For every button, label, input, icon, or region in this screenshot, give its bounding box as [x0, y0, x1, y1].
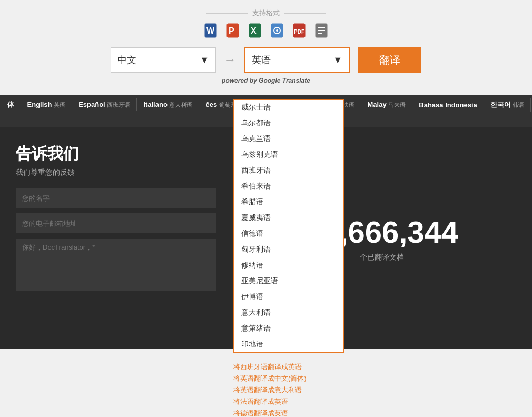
dropdown-item-hindi[interactable]: 印地语: [234, 336, 343, 352]
source-lang-label: 中文: [117, 54, 136, 66]
excel-icon: X: [248, 23, 262, 38]
quick-links: 将西班牙语翻译成英语 将英语翻译成中文(简体) 将英语翻译成意大利语 将法语翻译…: [233, 362, 307, 417]
quick-link-de-en[interactable]: 将德语翻译成英语: [233, 409, 307, 417]
dropdown-item-hungarian[interactable]: 匈牙利语: [234, 242, 343, 257]
powerpoint-icon: P: [225, 23, 240, 38]
name-input[interactable]: [16, 188, 216, 208]
nav-item-ms[interactable]: Malay 马来语: [361, 98, 413, 111]
dropdown-item-hebrew[interactable]: 希伯来语: [234, 178, 343, 194]
odf-icon: [270, 23, 284, 38]
email-input[interactable]: [16, 213, 216, 233]
powered-by: powered by Google Translate: [0, 77, 532, 84]
source-select-arrow: ▼: [200, 55, 209, 66]
google-translate-label: Google Translate: [257, 77, 310, 84]
dropdown-item-welsh[interactable]: 威尔士语: [234, 100, 343, 115]
quick-link-en-it[interactable]: 将英语翻译成意大利语: [233, 385, 307, 395]
nav-item-it[interactable]: Italiano 意大利语: [137, 98, 199, 111]
svg-text:PDF: PDF: [294, 29, 304, 35]
quick-link-fr-en[interactable]: 将法语翻译成英语: [233, 397, 307, 406]
target-lang-label: 英语: [252, 54, 271, 66]
dropdown-item-urdu[interactable]: 乌尔都语: [234, 115, 343, 131]
form-subtitle: 我们尊重您的反馈: [16, 168, 216, 177]
dropdown-item-shona[interactable]: 修纳语: [234, 257, 343, 273]
dropdown-item-uzbek[interactable]: 乌兹别克语: [234, 147, 343, 163]
stats-label: 个已翻译文档: [360, 253, 404, 262]
nav-item-zh[interactable]: 体: [1, 98, 21, 112]
nav-item-ko[interactable]: 한국어 韩语: [484, 98, 531, 112]
top-section: 支持格式 W P X: [0, 0, 532, 95]
translator-row: 中文 ▼ → 英语 ▼ 翻译: [0, 47, 532, 73]
nav-item-en[interactable]: English 英语: [21, 98, 73, 111]
dropdown-list: 威尔士语 乌尔都语 乌克兰语 乌兹别克语 西班牙语 希伯来语 希腊语 夏威夷语 …: [234, 100, 343, 352]
target-select-arrow: ▼: [333, 55, 342, 66]
dropdown-item-sindhi[interactable]: 信德语: [234, 226, 343, 242]
supported-formats-label: 支持格式: [0, 8, 532, 18]
nav-item-es[interactable]: Español 西班牙语: [72, 98, 137, 111]
translate-button[interactable]: 翻译: [358, 47, 421, 73]
dropdown-item-yiddish[interactable]: 意第绪语: [234, 321, 343, 336]
svg-text:W: W: [206, 26, 215, 35]
dropdown-item-igbo[interactable]: 伊博语: [234, 289, 343, 305]
dropdown-item-ukrainian[interactable]: 乌克兰语: [234, 131, 343, 147]
format-icons: W P X PDF: [0, 23, 532, 38]
word-icon: W: [203, 23, 218, 38]
nav-item-id[interactable]: Bahasa Indonesia: [412, 99, 484, 111]
direction-arrow: →: [224, 53, 236, 67]
form-title: 告诉我们: [16, 143, 216, 165]
language-dropdown: 威尔士语 乌尔都语 乌克兰语 乌兹别克语 西班牙语 希伯来语 希腊语 夏威夷语 …: [233, 99, 344, 353]
quick-link-es-en[interactable]: 将西班牙语翻译成英语: [233, 362, 307, 372]
message-textarea[interactable]: [16, 239, 216, 291]
text-icon: [314, 23, 329, 38]
svg-point-8: [276, 29, 278, 32]
quick-link-en-zh[interactable]: 将英语翻译成中文(简体): [233, 374, 307, 383]
form-area: 告诉我们 我们尊重您的反馈: [0, 127, 232, 349]
dropdown-item-hawaiian[interactable]: 夏威夷语: [234, 210, 343, 226]
dropdown-item-spanish[interactable]: 西班牙语: [234, 163, 343, 178]
dropdown-item-greek[interactable]: 希腊语: [234, 194, 343, 210]
svg-text:P: P: [229, 26, 234, 35]
dropdown-item-armenian[interactable]: 亚美尼亚语: [234, 273, 343, 289]
target-language-select[interactable]: 英语 ▼: [244, 47, 350, 73]
pdf-icon: PDF: [292, 23, 307, 38]
svg-text:X: X: [251, 26, 257, 35]
source-language-select[interactable]: 中文 ▼: [111, 47, 216, 73]
dropdown-item-italian[interactable]: 意大利语: [234, 305, 343, 321]
